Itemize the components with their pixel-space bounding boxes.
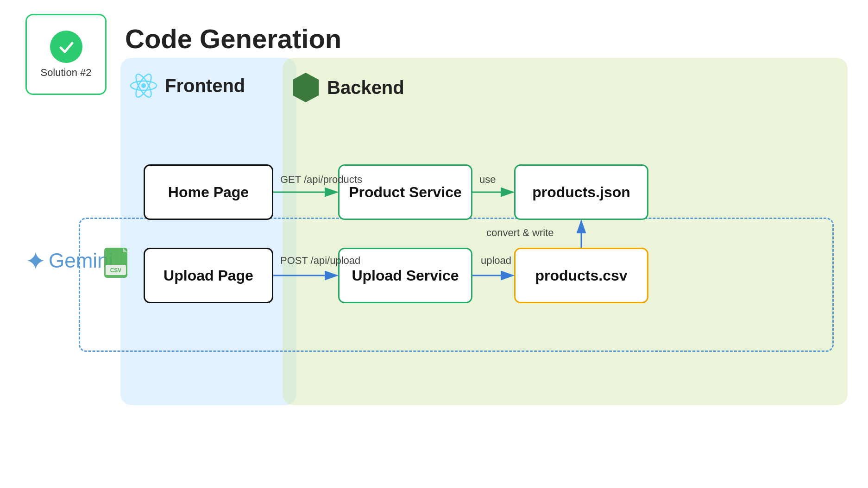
svg-text:CSV: CSV [110,267,122,274]
backend-header: Backend [292,72,404,103]
convert-write-label: convert & write [486,227,554,239]
product-service-box: Product Service [338,164,472,220]
gemini-logo: Gemini [25,249,113,272]
gemini-icon [25,250,46,271]
home-page-box: Home Page [144,164,273,220]
products-csv-box: products.csv [514,248,648,303]
svg-marker-4 [293,73,319,102]
solution-badge: Solution #2 [25,14,107,95]
use-label: use [479,174,496,186]
react-icon [130,72,157,100]
upload-page-box: Upload Page [144,248,273,303]
products-json-box: products.json [514,164,648,220]
checkmark-icon [50,31,82,63]
nodejs-icon [292,72,320,103]
svg-point-0 [141,83,146,88]
diagram-container: Solution #2 Code Generation Frontend Bac… [0,0,868,488]
get-products-label: GET /api/products [280,174,362,186]
csv-icon: CSV [102,245,134,282]
frontend-label: Frontend [165,75,245,96]
page-title: Code Generation [125,23,341,54]
post-upload-label: POST /api/upload [280,255,360,267]
csv-file-icon: CSV [102,245,134,282]
solution-label: Solution #2 [40,67,91,79]
backend-label: Backend [327,77,404,98]
frontend-header: Frontend [130,72,245,100]
upload-label: upload [481,255,511,267]
